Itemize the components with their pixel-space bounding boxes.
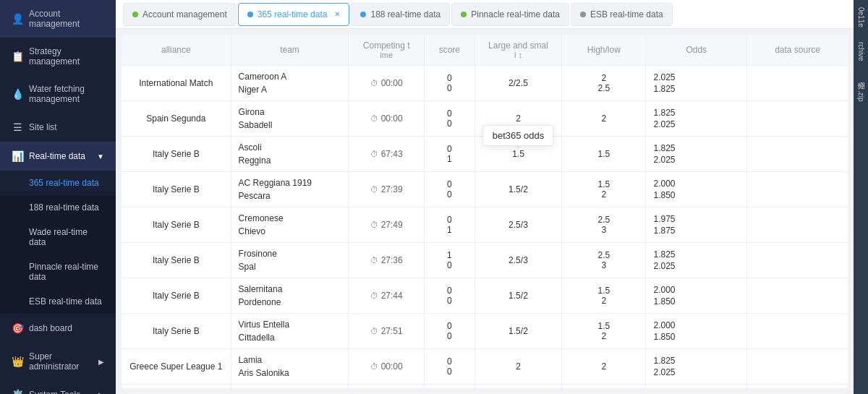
team-name-2: Sabadell [239,119,341,132]
time-value: 27:36 [381,255,403,265]
tab-label: 188 real-time data [370,9,441,20]
score-2: 0 [447,367,452,377]
cell-data-source [746,137,848,172]
tab-dot [132,12,138,17]
sidebar-item-account-management[interactable]: 👤 Account management [0,0,116,38]
cell-odds: 1.775 [646,385,746,389]
cell-odds: 2.0001.850 [646,172,746,207]
cell-highlow: 2.53 [562,207,646,243]
cell-large-small: 2 [475,349,562,385]
edge-text-2: rchive [857,42,865,61]
cell-time: ⏱27:36 [349,243,425,278]
clock-icon: ⏱ [370,114,378,123]
score-2: 0 [447,296,452,306]
tab-label: 365 real-time data [258,9,328,20]
sidebar-item-system-tools[interactable]: ⚙️ System Tools ▶ [0,380,116,394]
sidebar-item-water-fetching[interactable]: 💧 Water fetching management [0,75,116,113]
clock-icon: ⏱ [370,185,378,194]
cell-time: ⏱00:00 [349,101,425,137]
tab-188-real-time-data[interactable]: 188 real-time data [351,3,450,26]
cell-alliance: International Match [122,66,231,101]
close-icon[interactable]: ✕ [334,10,340,18]
cell-large-small: 1.5/2 [475,172,562,207]
person-icon: 👤 [12,13,23,25]
tab-pinnacle-real-time-data[interactable]: Pinnacle real-time data [451,3,569,26]
odds-2: 1.850 [653,189,675,201]
cell-time: ⏱27:51 [349,314,425,349]
team-name-1: Girona [239,106,341,119]
chart-icon: 📊 [12,150,23,162]
team-name-2: Aris Salonika [239,367,341,380]
sidebar-item-strategy-management[interactable]: 📋 Strategy management [0,38,116,75]
team-name-1: Virtus Entella [239,318,341,331]
time-value: 00:00 [381,361,403,372]
score-2: 0 [447,83,452,93]
tab-dot [360,12,366,17]
highlow-1: 2.5 [598,250,610,260]
highlow-1: 2.5 [598,215,610,225]
team-name-2: Spal [239,260,341,273]
cell-alliance: Italy Serie B [122,314,231,349]
cell-score: 01 [424,137,475,172]
sidebar-item-site-list[interactable]: ☰ Site list [0,113,116,142]
team-name-1: Frosinone [239,247,341,260]
odds-1: 1.825 [653,107,675,119]
cell-alliance: Italy Serie B [122,278,231,314]
col-odds: Odds [646,35,746,66]
tab-365-real-time-data[interactable]: 365 real-time data ✕ [238,3,350,26]
cell-alliance: Italy Serie B [122,137,231,172]
odds-1: 2.000 [653,284,675,296]
cell-alliance [122,385,231,389]
score-1: 0 [447,144,452,154]
sidebar-item-super-admin[interactable]: 👑 Super administrator ▶ [0,343,116,380]
odds-2: 2.025 [653,119,675,130]
cell-large-small: 2.5/3 [475,207,562,243]
cell-data-source [746,66,848,101]
sidebar-item-188-real-time[interactable]: 188 real-time data [0,195,116,220]
cell-odds: 2.0251.825 [646,66,746,101]
team-name-1: Cremonese [239,212,341,225]
cell-large-small: 1.5/2 [475,278,562,314]
sidebar-item-real-time-data[interactable]: 📊 Real-time data ▼ [0,142,116,171]
cell-score: 10 [424,243,475,278]
tab-account-management[interactable]: Account management [123,3,237,26]
time-value: 27:51 [381,326,403,336]
table-row: Italy Serie BCremoneseChievo⏱27:49012.5/… [122,207,848,243]
team-name-1: Salernitana [239,283,341,296]
sidebar-item-dashboard[interactable]: 🎯 dash board [0,314,116,343]
odds-2: 2.025 [653,260,675,272]
tooltip-wrap: 1.5 bet365 odds [512,149,524,159]
sidebar-item-pinnacle-real-time[interactable]: Pinnacle real-time data [0,254,116,289]
large-small-value: 1.5/2 [509,326,528,336]
tabs-bar: Account management 365 real-time data ✕ … [116,0,854,29]
sidebar-item-label: Site list [29,122,104,132]
highlow-2: 2 [602,296,607,306]
highlow-1: 2 [602,114,607,124]
content-area: alliance team Competing t ime score [116,29,854,394]
cell-highlow: 2 [562,349,646,385]
cell-large-small [475,385,562,389]
cell-alliance: Greece Super League 1 [122,349,231,385]
sidebar-item-label: Water fetching management [29,84,104,104]
col-large-small: Large and smal l ↕ [475,35,562,66]
team-name-1: Cameroon A [239,70,341,83]
score-2: 0 [447,260,452,270]
sidebar-item-wade-real-time[interactable]: Wade real-time data [0,220,116,254]
sidebar-item-365-real-time[interactable]: 365 real-time data [0,171,116,195]
cell-large-small: 1.5 bet365 odds [475,137,562,172]
tab-esb-real-time-data[interactable]: ESB real-time data [571,3,673,26]
large-small-value: 1.5/2 [509,291,528,301]
cell-highlow: 2.53 [562,243,646,278]
time-value: 27:49 [381,220,403,230]
cell-data-source [746,101,848,137]
score-1: 1 [447,250,452,260]
sidebar-item-label: Strategy management [29,46,104,67]
sidebar-item-esb-real-time[interactable]: ESB real-time data [0,289,116,314]
time-value: 00:00 [381,78,403,88]
tab-label: ESB real-time data [590,9,663,20]
odds-2: 1.875 [653,225,675,236]
clock-icon: ⏱ [370,327,378,335]
cell-data-source [746,278,848,314]
cell-score: 00 [424,66,475,101]
cell-odds: 1.8252.025 [646,137,746,172]
